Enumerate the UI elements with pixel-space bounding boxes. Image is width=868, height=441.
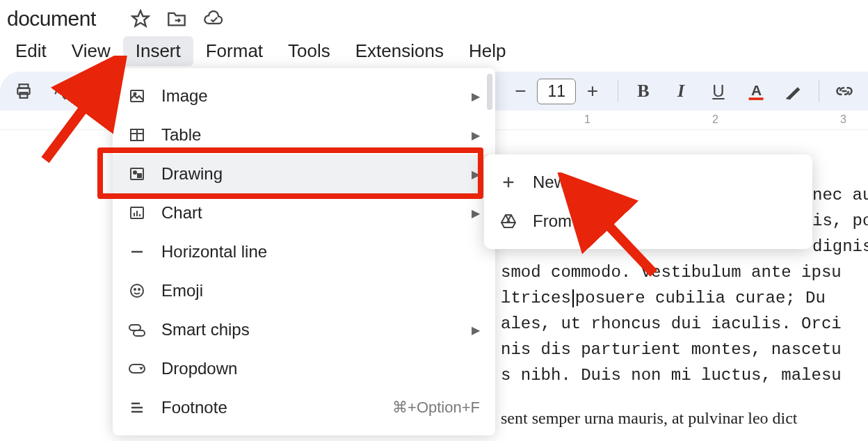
text-line: nis dis parturient montes, nascetu bbox=[501, 337, 842, 362]
decrease-font-icon[interactable]: − bbox=[508, 79, 533, 104]
separator bbox=[618, 80, 618, 102]
chevron-right-icon: ▶ bbox=[472, 168, 480, 181]
svg-point-21 bbox=[134, 289, 136, 290]
svg-rect-14 bbox=[138, 174, 141, 177]
svg-rect-6 bbox=[749, 97, 764, 100]
spellcheck-icon[interactable] bbox=[49, 79, 74, 104]
svg-rect-24 bbox=[134, 330, 145, 336]
menu-item-footnote[interactable]: Footnote ⌘+Option+F bbox=[113, 388, 495, 427]
separator bbox=[819, 80, 819, 102]
chart-icon bbox=[128, 204, 146, 222]
menu-item-emoji[interactable]: Emoji bbox=[113, 271, 495, 310]
cloud-saved-icon[interactable] bbox=[203, 10, 224, 27]
table-icon bbox=[128, 126, 146, 144]
svg-point-8 bbox=[134, 93, 136, 95]
ruler-mark: 1 bbox=[584, 113, 590, 126]
menu-item-image[interactable]: Image ▶ bbox=[113, 77, 495, 115]
submenu-item-from-drive[interactable]: From Drive bbox=[484, 202, 812, 241]
plus-icon bbox=[499, 173, 517, 191]
increase-font-icon[interactable]: + bbox=[580, 79, 605, 104]
ruler-mark: 3 bbox=[840, 113, 846, 126]
text-line: ltricesposuere cubilia curae; Du bbox=[501, 286, 826, 311]
menu-item-dropdown[interactable]: Dropdown bbox=[113, 349, 495, 388]
paint-format-icon[interactable] bbox=[86, 79, 111, 104]
text-line: nec au bbox=[812, 183, 868, 208]
menu-item-smart-chips[interactable]: Smart chips ▶ bbox=[113, 310, 495, 349]
text-line: is, po bbox=[812, 209, 868, 234]
underline-icon[interactable]: U bbox=[706, 79, 731, 104]
text-line: s nibh. Duis non mi luctus, malesu bbox=[501, 363, 842, 388]
svg-point-20 bbox=[131, 284, 143, 297]
menu-format[interactable]: Format bbox=[193, 36, 275, 66]
text-line: sent semper urna mauris, at pulvinar leo… bbox=[501, 406, 798, 431]
svg-rect-23 bbox=[129, 325, 140, 330]
horizontal-line-icon bbox=[128, 243, 146, 261]
chevron-right-icon: ▶ bbox=[472, 323, 480, 337]
drive-icon bbox=[499, 212, 517, 230]
menu-item-horizontal-line[interactable]: Horizontal line bbox=[113, 232, 495, 271]
svg-point-13 bbox=[134, 171, 136, 174]
emoji-icon bbox=[128, 282, 146, 300]
insert-dropdown: Image ▶ Table ▶ Drawing ▶ Chart ▶ Horizo… bbox=[113, 68, 495, 435]
highlight-icon[interactable] bbox=[781, 79, 806, 104]
keyboard-shortcut: ⌘+Option+F bbox=[392, 399, 480, 417]
text-cursor bbox=[572, 289, 574, 307]
text-line: dignis bbox=[812, 234, 868, 259]
svg-text:A: A bbox=[751, 82, 762, 98]
menu-label: Chart bbox=[161, 203, 456, 223]
menu-label: New bbox=[533, 173, 797, 192]
svg-marker-0 bbox=[132, 10, 148, 26]
menu-label: Emoji bbox=[161, 281, 480, 300]
dropdown-icon bbox=[128, 360, 146, 378]
menu-label: From Drive bbox=[533, 211, 797, 231]
menu-label: Table bbox=[161, 125, 456, 145]
svg-point-22 bbox=[138, 289, 140, 290]
menu-help[interactable]: Help bbox=[456, 36, 518, 66]
drawing-icon bbox=[128, 165, 146, 183]
svg-rect-25 bbox=[129, 364, 145, 373]
footnote-icon bbox=[128, 399, 146, 417]
svg-rect-4 bbox=[93, 84, 102, 89]
text-line: ales, ut rhoncus dui iaculis. Orci bbox=[501, 312, 842, 337]
drawing-submenu: New From Drive bbox=[484, 154, 812, 249]
print-icon[interactable] bbox=[11, 79, 36, 104]
menu-tools[interactable]: Tools bbox=[275, 36, 343, 66]
font-size-input[interactable]: 11 bbox=[537, 79, 576, 104]
bold-icon[interactable]: B bbox=[631, 79, 656, 104]
move-folder-icon[interactable] bbox=[167, 10, 186, 27]
insert-link-icon[interactable] bbox=[832, 79, 857, 104]
image-icon bbox=[128, 87, 146, 105]
menu-label: Dropdown bbox=[161, 359, 480, 378]
menu-view[interactable]: View bbox=[59, 36, 123, 66]
document-title[interactable]: document bbox=[7, 7, 96, 31]
submenu-item-new[interactable]: New bbox=[484, 163, 812, 202]
menu-label: Footnote bbox=[161, 398, 377, 417]
menu-extensions[interactable]: Extensions bbox=[343, 36, 456, 66]
menu-label: Image bbox=[161, 86, 456, 106]
menu-label: Horizontal line bbox=[161, 242, 480, 262]
text-color-icon[interactable]: A bbox=[744, 79, 769, 104]
italic-icon[interactable]: I bbox=[668, 79, 693, 104]
menu-edit[interactable]: Edit bbox=[3, 36, 59, 66]
menu-label: Drawing bbox=[161, 164, 456, 184]
smart-chips-icon bbox=[128, 321, 146, 339]
menu-item-chart[interactable]: Chart ▶ bbox=[113, 193, 495, 232]
ruler-mark: 2 bbox=[712, 113, 718, 126]
chevron-right-icon: ▶ bbox=[472, 90, 480, 103]
menu-insert[interactable]: Insert bbox=[123, 36, 193, 66]
menu-label: Smart chips bbox=[161, 320, 456, 339]
menu-item-drawing[interactable]: Drawing ▶ bbox=[113, 154, 495, 193]
chevron-right-icon: ▶ bbox=[472, 207, 480, 220]
text-line: smod commodo. Vestibulum ante ipsu bbox=[501, 260, 842, 285]
star-icon[interactable] bbox=[131, 9, 150, 29]
menu-item-table[interactable]: Table ▶ bbox=[113, 115, 495, 154]
menubar: Edit View Insert Format Tools Extensions… bbox=[0, 33, 868, 72]
chevron-right-icon: ▶ bbox=[472, 129, 480, 142]
